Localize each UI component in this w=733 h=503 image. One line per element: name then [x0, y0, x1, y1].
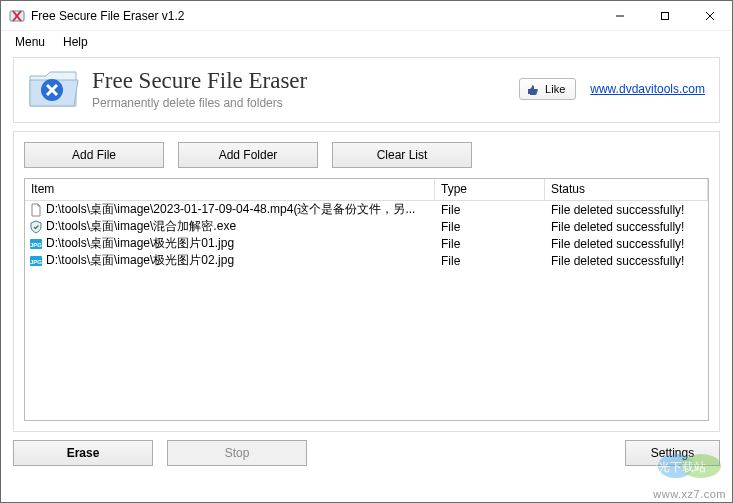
item-path: D:\tools\桌面\image\极光图片02.jpg	[46, 252, 234, 269]
file-list[interactable]: Item Type Status D:\tools\桌面\image\2023-…	[24, 178, 709, 421]
cell-status: File deleted successfully!	[545, 237, 708, 251]
table-row[interactable]: D:\tools\桌面\image\2023-01-17-09-04-48.mp…	[25, 201, 708, 218]
table-row[interactable]: JPGD:\tools\桌面\image\极光图片01.jpgFileFile …	[25, 235, 708, 252]
cell-item: D:\tools\桌面\image\混合加解密.exe	[25, 218, 435, 235]
svg-text:JPG: JPG	[30, 259, 42, 265]
cell-type: File	[435, 203, 545, 217]
bottom-row: Erase Stop Settings	[13, 440, 720, 466]
main-panel: Add File Add Folder Clear List Item Type…	[13, 131, 720, 432]
item-path: D:\tools\桌面\image\混合加解密.exe	[46, 218, 236, 235]
cell-item: JPGD:\tools\桌面\image\极光图片02.jpg	[25, 252, 435, 269]
table-row[interactable]: JPGD:\tools\桌面\image\极光图片02.jpgFileFile …	[25, 252, 708, 269]
col-type[interactable]: Type	[435, 179, 545, 200]
menu-menu[interactable]: Menu	[7, 33, 53, 51]
item-path: D:\tools\桌面\image\2023-01-17-09-04-48.mp…	[46, 201, 415, 218]
cell-type: File	[435, 254, 545, 268]
folder-delete-icon	[28, 68, 80, 110]
window-title: Free Secure File Eraser v1.2	[31, 9, 184, 23]
svg-text:JPG: JPG	[30, 242, 42, 248]
menubar: Menu Help	[1, 31, 732, 53]
titlebar: Free Secure File Eraser v1.2	[1, 1, 732, 31]
erase-button[interactable]: Erase	[13, 440, 153, 466]
like-label: Like	[545, 83, 565, 95]
clear-list-button[interactable]: Clear List	[332, 142, 472, 168]
header-text: Free Secure File Eraser Permanently dele…	[92, 68, 307, 110]
app-icon	[9, 8, 25, 24]
stop-button[interactable]: Stop	[167, 440, 307, 466]
header-panel: Free Secure File Eraser Permanently dele…	[13, 57, 720, 123]
file-icon	[29, 203, 43, 217]
file-icon: JPG	[29, 237, 43, 251]
maximize-button[interactable]	[642, 1, 687, 30]
list-rows: D:\tools\桌面\image\2023-01-17-09-04-48.mp…	[25, 201, 708, 269]
thumb-up-icon	[526, 82, 540, 96]
close-button[interactable]	[687, 1, 732, 30]
app-subtitle: Permanently delete files and folders	[92, 96, 307, 110]
like-button[interactable]: Like	[519, 78, 576, 100]
add-folder-button[interactable]: Add Folder	[178, 142, 318, 168]
file-icon	[29, 220, 43, 234]
settings-button[interactable]: Settings	[625, 440, 720, 466]
col-item[interactable]: Item	[25, 179, 435, 200]
item-path: D:\tools\桌面\image\极光图片01.jpg	[46, 235, 234, 252]
cell-item: D:\tools\桌面\image\2023-01-17-09-04-48.mp…	[25, 201, 435, 218]
list-header: Item Type Status	[25, 179, 708, 201]
cell-status: File deleted successfully!	[545, 254, 708, 268]
cell-item: JPGD:\tools\桌面\image\极光图片01.jpg	[25, 235, 435, 252]
cell-status: File deleted successfully!	[545, 220, 708, 234]
button-row: Add File Add Folder Clear List	[24, 142, 709, 168]
site-link[interactable]: www.dvdavitools.com	[590, 82, 705, 96]
col-status[interactable]: Status	[545, 179, 708, 200]
cell-type: File	[435, 237, 545, 251]
svg-rect-2	[661, 12, 668, 19]
add-file-button[interactable]: Add File	[24, 142, 164, 168]
menu-help[interactable]: Help	[55, 33, 96, 51]
table-row[interactable]: D:\tools\桌面\image\混合加解密.exeFileFile dele…	[25, 218, 708, 235]
window-controls	[597, 1, 732, 30]
cell-type: File	[435, 220, 545, 234]
app-title: Free Secure File Eraser	[92, 68, 307, 94]
cell-status: File deleted successfully!	[545, 203, 708, 217]
header-right: Like www.dvdavitools.com	[519, 78, 705, 100]
minimize-button[interactable]	[597, 1, 642, 30]
watermark-url: www.xz7.com	[653, 488, 726, 500]
file-icon: JPG	[29, 254, 43, 268]
